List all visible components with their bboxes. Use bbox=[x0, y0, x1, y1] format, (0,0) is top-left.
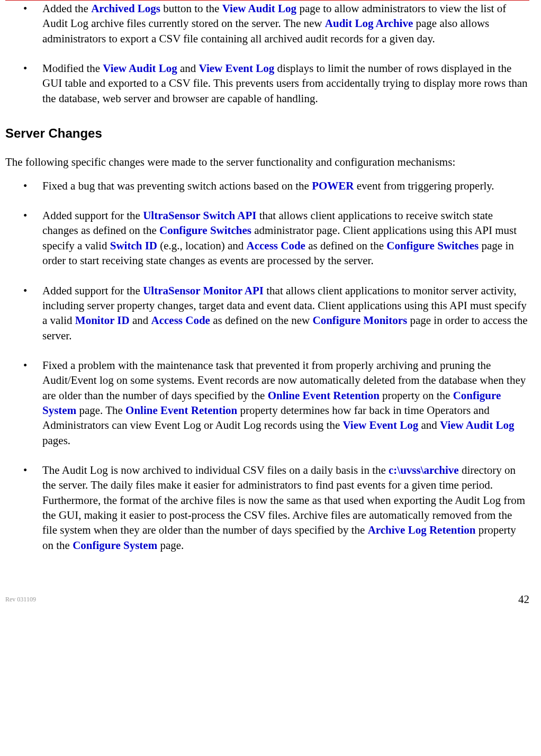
emph-text: UltraSensor Switch API bbox=[143, 209, 256, 222]
emph-text: c:\uvss\archive bbox=[389, 464, 459, 476]
text: page. The bbox=[76, 404, 125, 417]
emph-text: Audit Log Archive bbox=[325, 17, 413, 30]
text: as defined on the bbox=[305, 239, 386, 252]
revision-text: Rev 031109 bbox=[5, 596, 36, 603]
emph-text: View Event Log bbox=[199, 62, 275, 75]
emph-text: View Audit Log bbox=[222, 2, 296, 15]
list-item: Added support for the UltraSensor Monito… bbox=[5, 283, 529, 343]
text: and bbox=[418, 419, 440, 431]
text: Modified the bbox=[42, 62, 103, 75]
text: Added the bbox=[42, 2, 91, 15]
emph-text: Configure Switches bbox=[159, 224, 251, 237]
list-item: Modified the View Audit Log and View Eve… bbox=[5, 61, 529, 106]
text: page. bbox=[157, 539, 184, 552]
bullet-list-2: Fixed a bug that was preventing switch a… bbox=[5, 178, 529, 553]
emph-text: Monitor ID bbox=[75, 314, 130, 327]
list-item: Fixed a problem with the maintenance tas… bbox=[5, 358, 529, 448]
text: Added support for the bbox=[42, 209, 143, 222]
emph-text: Access Code bbox=[247, 239, 305, 252]
emph-text: View Audit Log bbox=[440, 419, 514, 431]
text: as defined on the new bbox=[210, 314, 313, 327]
emph-text: Online Event Retention bbox=[125, 404, 237, 417]
emph-text: Archive Log Retention bbox=[368, 524, 476, 536]
text: button to the bbox=[160, 2, 222, 15]
text: and bbox=[177, 62, 199, 75]
list-item: Fixed a bug that was preventing switch a… bbox=[5, 178, 529, 193]
text: event from triggering properly. bbox=[354, 179, 494, 192]
emph-text: Configure Switches bbox=[386, 239, 479, 252]
emph-text: UltraSensor Monitor API bbox=[143, 284, 264, 297]
text: property on the bbox=[380, 389, 453, 402]
list-item: Added support for the UltraSensor Switch… bbox=[5, 208, 529, 268]
intro-paragraph: The following specific changes were made… bbox=[5, 155, 529, 169]
bullet-list-1: Added the Archived Logs button to the Vi… bbox=[5, 1, 529, 106]
list-item: Added the Archived Logs button to the Vi… bbox=[5, 1, 529, 46]
footer: Rev 031109 42 bbox=[5, 595, 529, 604]
emph-text: Archived Logs bbox=[91, 2, 160, 15]
text: Fixed a bug that was preventing switch a… bbox=[42, 179, 312, 192]
emph-text: POWER bbox=[312, 179, 354, 192]
emph-text: Configure System bbox=[73, 539, 157, 552]
text: (e.g., location) and bbox=[157, 239, 247, 252]
emph-text: View Event Log bbox=[342, 419, 418, 431]
text: Added support for the bbox=[42, 284, 143, 297]
text: The Audit Log is now archived to individ… bbox=[42, 464, 389, 476]
emph-text: Access Code bbox=[151, 314, 210, 327]
emph-text: Configure Monitors bbox=[313, 314, 408, 327]
emph-text: Online Event Retention bbox=[268, 389, 380, 402]
emph-text: Switch ID bbox=[110, 239, 157, 252]
text: pages. bbox=[42, 434, 70, 447]
heading-server-changes: Server Changes bbox=[5, 125, 529, 142]
text: and bbox=[130, 314, 151, 327]
emph-text: View Audit Log bbox=[103, 62, 177, 75]
page-number: 42 bbox=[518, 592, 529, 607]
list-item: The Audit Log is now archived to individ… bbox=[5, 463, 529, 553]
